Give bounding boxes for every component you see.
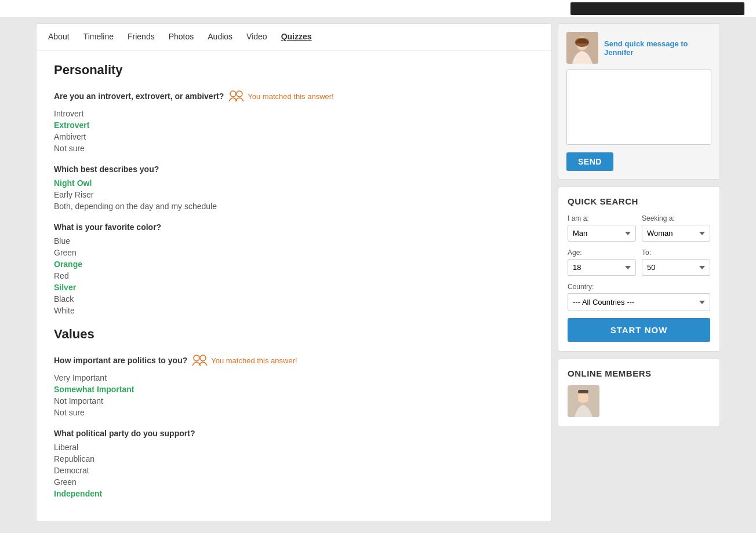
quick-search-box: QUICK SEARCH I am a: Man Woman Seeking a… (558, 187, 720, 352)
nav-friends[interactable]: Friends (128, 32, 155, 42)
message-input[interactable] (566, 70, 711, 145)
i-am-select[interactable]: Man Woman (568, 225, 636, 242)
age-select[interactable]: 18 25 30 40 50 (568, 259, 636, 276)
values-q1-answers: Very Important Somewhat Important Not Im… (54, 372, 534, 418)
message-header: Send quick message to Jennifer (566, 32, 711, 64)
to-label: To: (642, 249, 710, 257)
svg-point-1 (237, 91, 242, 97)
values-q2: What political party do you support? (54, 429, 534, 438)
seeking-field: Seeking a: Man Woman (642, 214, 710, 242)
answer-somewhat-important: Somewhat Important (54, 384, 534, 395)
personality-q1: Are you an introvert, extrovert, or ambi… (54, 88, 534, 104)
personality-q2-text: Which best describes you? (54, 165, 159, 174)
nav-quizzes[interactable]: Quizzes (281, 32, 312, 42)
jennifer-avatar (566, 32, 598, 64)
svg-point-10 (578, 398, 588, 403)
values-q1: How important are politics to you? You m… (54, 352, 534, 368)
content-area: Personality Are you an introvert, extrov… (37, 51, 551, 521)
search-row-gender: I am a: Man Woman Seeking a: Man Woman (568, 214, 710, 242)
online-members-box: ONLINE MEMBERS (558, 359, 720, 427)
sidebar: Send quick message to Jennifer SEND QUIC… (558, 23, 720, 522)
personality-q3-text: What is your favorite color? (54, 222, 161, 232)
answer-green-color: Green (54, 247, 534, 258)
recipient-name: Jennifer (604, 48, 634, 57)
personality-q1-match: You matched this answer! (228, 88, 333, 104)
search-row-age: Age: 18 25 30 40 50 To: 18 25 30 (568, 249, 710, 276)
seeking-select[interactable]: Man Woman (642, 225, 710, 242)
values-q2-text: What political party do you support? (54, 429, 195, 438)
start-now-button[interactable]: START NOW (568, 318, 710, 342)
answer-not-important: Not Important (54, 395, 534, 407)
answer-both: Both, depending on the day and my schedu… (54, 200, 534, 212)
answer-ambivert: Ambivert (54, 131, 534, 143)
svg-point-0 (230, 91, 236, 97)
personality-q2-answers: Night Owl Early Riser Both, depending on… (54, 177, 534, 212)
personality-q1-answers: Introvert Extrovert Ambivert Not sure (54, 108, 534, 154)
answer-extrovert: Extrovert (54, 119, 534, 131)
nav-audios[interactable]: Audios (208, 32, 232, 42)
answer-earlyriser: Early Riser (54, 189, 534, 200)
values-q1-match-text: You matched this answer! (211, 356, 297, 365)
people-match-icon (228, 88, 245, 104)
answer-introvert: Introvert (54, 108, 534, 119)
nav-timeline[interactable]: Timeline (83, 32, 114, 42)
i-am-field: I am a: Man Woman (568, 214, 636, 242)
to-field: To: 18 25 30 40 50 60 (642, 249, 710, 276)
answer-orange: Orange (54, 258, 534, 270)
personality-q2: Which best describes you? (54, 165, 534, 174)
quick-search-title: QUICK SEARCH (568, 196, 710, 206)
country-select[interactable]: --- All Countries --- (568, 293, 710, 311)
age-field: Age: 18 25 30 40 50 (568, 249, 636, 276)
values-title: Values (54, 327, 534, 342)
top-bar (0, 0, 756, 17)
answer-nightowl: Night Owl (54, 177, 534, 189)
svg-point-3 (200, 355, 206, 361)
answer-democrat: Democrat (54, 465, 534, 476)
answer-black: Black (54, 293, 534, 305)
personality-q1-text: Are you an introvert, extrovert, or ambi… (54, 92, 224, 101)
answer-notsure-values: Not sure (54, 407, 534, 418)
nav-photos[interactable]: Photos (169, 32, 194, 42)
send-quick-label: Send quick message to (604, 39, 688, 48)
age-label: Age: (568, 249, 636, 257)
message-box: Send quick message to Jennifer SEND (558, 23, 720, 180)
online-members-title: ONLINE MEMBERS (568, 368, 710, 378)
personality-q1-match-text: You matched this answer! (248, 92, 333, 101)
answer-white: White (54, 305, 534, 316)
page-container: About Timeline Friends Photos Audios Vid… (30, 17, 726, 528)
answer-notsure-q1: Not sure (54, 143, 534, 154)
svg-point-2 (194, 355, 199, 361)
values-q1-match: You matched this answer! (192, 352, 297, 368)
personality-q3-answers: Blue Green Orange Red Silver Black White (54, 235, 534, 316)
values-q2-answers: Liberal Republican Democrat Green Indepe… (54, 441, 534, 499)
top-search-bar (570, 2, 744, 15)
answer-liberal: Liberal (54, 441, 534, 453)
answer-blue: Blue (54, 235, 534, 247)
profile-nav: About Timeline Friends Photos Audios Vid… (37, 24, 551, 51)
values-q1-text: How important are politics to you? (54, 356, 187, 365)
answer-green-party: Green (54, 476, 534, 488)
send-quick-text: Send quick message to Jennifer (604, 39, 711, 57)
nav-about[interactable]: About (48, 32, 70, 42)
answer-red: Red (54, 270, 534, 282)
svg-rect-9 (578, 390, 588, 393)
personality-q3: What is your favorite color? (54, 222, 534, 232)
answer-republican: Republican (54, 453, 534, 465)
send-message-button[interactable]: SEND (566, 152, 613, 171)
answer-silver: Silver (54, 282, 534, 293)
seeking-label: Seeking a: (642, 214, 710, 222)
personality-title: Personality (54, 63, 534, 78)
answer-independent: Independent (54, 488, 534, 499)
member-avatar[interactable] (568, 385, 599, 417)
people-match-icon-values (192, 352, 208, 368)
country-field: Country: --- All Countries --- (568, 283, 710, 311)
nav-video[interactable]: Video (246, 32, 267, 42)
country-label: Country: (568, 283, 710, 291)
answer-very-important: Very Important (54, 372, 534, 384)
i-am-label: I am a: (568, 214, 636, 222)
to-select[interactable]: 18 25 30 40 50 60 (642, 259, 710, 276)
main-content: About Timeline Friends Photos Audios Vid… (36, 23, 552, 522)
